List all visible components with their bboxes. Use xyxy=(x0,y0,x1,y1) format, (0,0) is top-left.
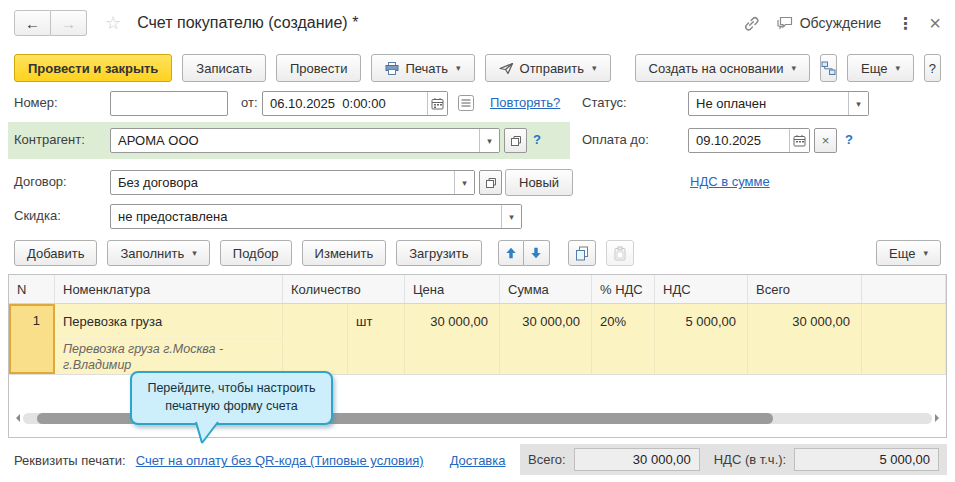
close-icon[interactable]: × xyxy=(929,13,941,33)
discount-value: не предоставлена xyxy=(111,205,501,228)
add-row-button[interactable]: Добавить xyxy=(14,240,97,266)
cell-nomenclature[interactable]: Перевозка груза xyxy=(55,304,283,338)
post-and-close-button[interactable]: Провести и закрыть xyxy=(14,54,172,82)
discussion-button[interactable]: Обсуждение xyxy=(776,15,882,31)
cell-blank xyxy=(500,338,592,374)
cell-item-comment[interactable]: Перевозка груза г.Москва - г.Владимир xyxy=(55,338,283,374)
counterparty-label: Контрагент: xyxy=(14,127,85,153)
items-more-button[interactable]: Еще ▾ xyxy=(876,240,941,266)
pay-until-value[interactable]: 09.10.2025 xyxy=(689,129,789,152)
column-header-price[interactable]: Цена xyxy=(405,275,500,303)
contract-label: Договор: xyxy=(14,169,67,195)
post-label: Провести xyxy=(290,61,348,76)
calendar-icon[interactable] xyxy=(427,92,447,115)
pay-until-label: Оплата до: xyxy=(582,127,649,153)
dropdown-arrow-icon[interactable]: ▾ xyxy=(501,205,521,228)
date-value[interactable]: 06.10.2025 0:00:00 xyxy=(263,92,427,115)
pick-button[interactable]: Подбор xyxy=(220,240,292,266)
status-value: Не оплачен xyxy=(689,92,848,115)
pay-until-help-link[interactable]: ? xyxy=(845,127,853,153)
column-header-quantity[interactable]: Количество xyxy=(283,275,405,303)
edit-button[interactable]: Изменить xyxy=(302,240,387,266)
paste-icon xyxy=(613,246,627,261)
date-label: от: xyxy=(241,90,258,116)
counterparty-help-link[interactable]: ? xyxy=(533,127,541,153)
subordination-structure-button[interactable] xyxy=(820,54,837,82)
cell-price[interactable]: 30 000,00 xyxy=(405,304,500,338)
cell-total[interactable]: 30 000,00 xyxy=(748,304,862,338)
copy-rows-button[interactable] xyxy=(568,240,596,266)
number-input[interactable] xyxy=(110,91,228,116)
discussion-label: Обсуждение xyxy=(800,15,882,31)
page-title: Счет покупателю (создание) * xyxy=(137,14,358,32)
post-button[interactable]: Провести xyxy=(276,54,362,82)
fill-button[interactable]: Заполнить ▾ xyxy=(107,240,209,266)
repeat-link[interactable]: Повторять? xyxy=(490,90,560,116)
status-select[interactable]: Не оплачен ▾ xyxy=(688,91,869,116)
cell-quantity[interactable] xyxy=(283,304,348,338)
invoice-print-form-link[interactable]: Счет на оплату без QR-кода (Типовые усло… xyxy=(136,448,424,474)
write-button[interactable]: Записать xyxy=(182,54,266,82)
help-button[interactable]: ? xyxy=(924,54,941,82)
counterparty-open-button[interactable] xyxy=(504,128,527,153)
calendar-icon[interactable] xyxy=(789,129,809,152)
favorite-star-icon[interactable]: ☆ xyxy=(105,12,121,34)
cell-row-number-selected[interactable]: 1 xyxy=(9,304,55,374)
cell-blank xyxy=(748,338,862,374)
column-header-vat[interactable]: НДС xyxy=(655,275,748,303)
move-row-down-button[interactable] xyxy=(524,240,550,266)
post-and-close-label: Провести и закрыть xyxy=(28,61,158,76)
date-field[interactable]: 06.10.2025 0:00:00 xyxy=(262,91,448,116)
create-on-base-button[interactable]: Создать на основании ▾ xyxy=(635,54,810,82)
vat-in-sum-link[interactable]: НДС в сумме xyxy=(690,169,770,195)
cell-blank xyxy=(862,338,946,374)
load-button[interactable]: Загрузить xyxy=(396,240,481,266)
cell-sum[interactable]: 30 000,00 xyxy=(500,304,592,338)
pay-until-field[interactable]: 09.10.2025 xyxy=(688,128,810,153)
move-row-up-button[interactable] xyxy=(498,240,524,266)
back-button[interactable]: ← xyxy=(14,10,51,36)
cell-blank xyxy=(405,338,500,374)
dropdown-arrow-icon[interactable]: ▾ xyxy=(479,129,499,152)
dropdown-arrow-icon: ▾ xyxy=(923,248,928,258)
history-nav: ← → xyxy=(14,10,87,36)
more-button[interactable]: Еще ▾ xyxy=(847,54,914,82)
pay-until-clear-button[interactable]: × xyxy=(814,128,837,153)
dropdown-arrow-icon: ▾ xyxy=(895,63,900,73)
print-button[interactable]: Печать ▾ xyxy=(371,54,474,82)
cell-blank xyxy=(283,338,348,374)
cell-blank xyxy=(655,338,748,374)
paste-rows-button[interactable] xyxy=(606,240,634,266)
cell-vat-percent[interactable]: 20% xyxy=(592,304,655,338)
discount-select[interactable]: не предоставлена ▾ xyxy=(110,204,522,229)
delivery-link[interactable]: Доставка xyxy=(450,448,506,474)
forward-button[interactable]: → xyxy=(51,10,87,36)
dropdown-arrow-icon[interactable]: ▾ xyxy=(454,171,474,194)
dropdown-arrow-icon[interactable]: ▾ xyxy=(848,92,868,115)
open-form-icon xyxy=(485,177,497,189)
discount-label: Скидка: xyxy=(14,203,61,229)
create-on-base-label: Создать на основании xyxy=(649,61,784,76)
counterparty-field[interactable]: АРОМА ООО ▾ xyxy=(110,128,500,153)
column-header-n[interactable]: N xyxy=(9,275,55,303)
column-header-nomenclature[interactable]: Номенклатура xyxy=(55,275,283,303)
send-button[interactable]: Отправить ▾ xyxy=(485,54,611,82)
kebab-menu-icon[interactable]: ⋮ xyxy=(897,14,913,33)
discussion-icon xyxy=(776,15,794,31)
cell-vat[interactable]: 5 000,00 xyxy=(655,304,748,338)
dropdown-arrow-icon: ▾ xyxy=(192,248,197,258)
column-header-vat-percent[interactable]: % НДС xyxy=(592,275,655,303)
scroll-right-arrow[interactable] xyxy=(935,414,943,422)
dropdown-arrow-icon: ▾ xyxy=(791,63,796,73)
contract-field[interactable]: Без договора ▾ xyxy=(110,170,475,195)
cell-unit[interactable]: шт xyxy=(348,304,405,338)
copy-icon xyxy=(575,246,589,261)
column-header-sum[interactable]: Сумма xyxy=(500,275,592,303)
new-contract-button[interactable]: Новый xyxy=(505,169,573,196)
tooltip-text: Перейдите, чтобы настроить печатную форм… xyxy=(147,381,315,413)
contract-open-button[interactable] xyxy=(479,170,502,195)
scroll-left-arrow[interactable] xyxy=(12,414,20,422)
schedule-list-icon[interactable] xyxy=(457,94,475,112)
column-header-total[interactable]: Всего xyxy=(748,275,862,303)
get-link-icon[interactable] xyxy=(743,15,760,32)
